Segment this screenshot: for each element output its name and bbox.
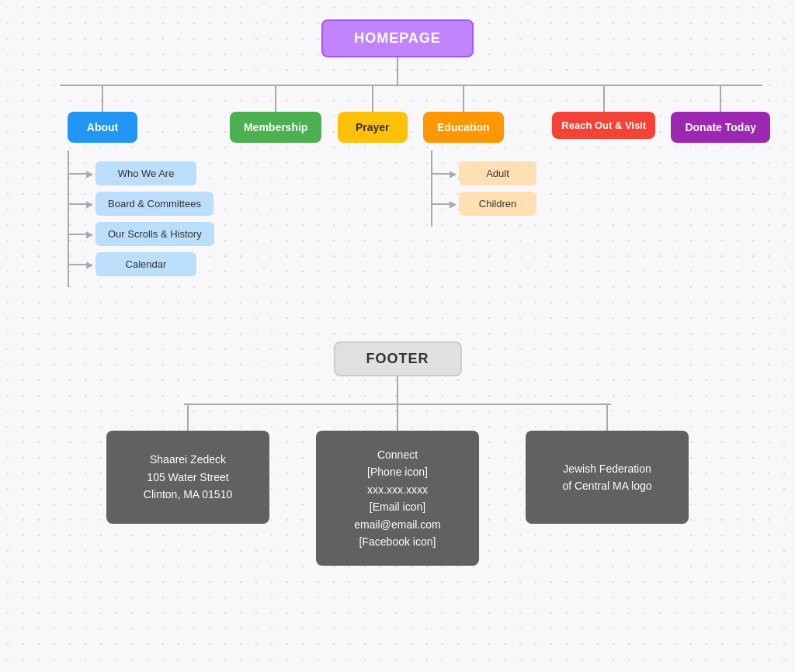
edu-subitem-0: ▶ Adult <box>432 161 536 185</box>
nav-node-about[interactable]: About <box>68 112 137 143</box>
footer-federation-drop <box>606 404 608 431</box>
diagram-wrapper: HOMEPAGE About ▶ <box>17 0 778 601</box>
nav-col-education: Education ▶ Adult ▶ Children <box>423 85 536 227</box>
nav-node-membership[interactable]: Membership <box>230 112 321 143</box>
prayer-drop-line <box>372 85 373 112</box>
footer-connect-text: Connect[Phone icon]xxx.xxx.xxxx[Email ic… <box>354 446 440 550</box>
nav-row: About ▶ Who We Are ▶ Board & Committees <box>25 85 770 287</box>
edu-sub-node-0[interactable]: Adult <box>459 161 536 185</box>
footer-items-row: Shaarei Zedeck105 Water StreetClinton, M… <box>102 404 693 566</box>
about-subitem-2: ▶ Our Scrolls & History <box>69 222 214 246</box>
homepage-drop-line <box>397 57 398 85</box>
about-sub-node-1[interactable]: Board & Committees <box>95 192 214 216</box>
footer-v-line <box>397 376 398 404</box>
footer-col-address: Shaarei Zedeck105 Water StreetClinton, M… <box>102 404 273 566</box>
nav-col-prayer: Prayer <box>338 85 408 143</box>
nav-col-donate: Donate Today <box>671 85 770 143</box>
about-sub-node-3[interactable]: Calendar <box>95 252 196 276</box>
footer-tree: Shaarei Zedeck105 Water StreetClinton, M… <box>102 376 693 566</box>
nav-node-reach[interactable]: Reach Out & Visit <box>552 112 655 139</box>
nav-col-reach: Reach Out & Visit <box>552 85 655 139</box>
footer-address-text: Shaarei Zedeck105 Water StreetClinton, M… <box>144 451 232 503</box>
footer-col-federation: Jewish Federationof Central MA logo <box>522 404 693 566</box>
nav-node-prayer[interactable]: Prayer <box>338 112 408 143</box>
edu-sub-node-1[interactable]: Children <box>459 192 536 216</box>
footer-node-address[interactable]: Shaarei Zedeck105 Water StreetClinton, M… <box>106 431 269 524</box>
about-sub-node-0[interactable]: Who We Are <box>95 161 196 185</box>
about-drop-line <box>102 85 103 112</box>
footer-connector-section: Shaarei Zedeck105 Water StreetClinton, M… <box>102 404 693 566</box>
footer-node-federation[interactable]: Jewish Federationof Central MA logo <box>526 431 689 524</box>
membership-drop-line <box>275 85 276 112</box>
about-subitem-1: ▶ Board & Committees <box>69 192 214 216</box>
footer-node[interactable]: FOOTER <box>334 341 462 376</box>
nav-node-education[interactable]: Education <box>423 112 504 143</box>
footer-section: FOOTER Shaarei Zedeck105 Water StreetCli… <box>25 341 770 589</box>
nav-node-donate[interactable]: Donate Today <box>671 112 770 143</box>
nav-col-about: About ▶ Who We Are ▶ Board & Committees <box>25 85 214 287</box>
edu-subitem-1: ▶ Children <box>432 192 536 216</box>
footer-connect-drop <box>397 404 398 431</box>
nav-col-membership: Membership <box>230 85 321 143</box>
about-sub-node-2[interactable]: Our Scrolls & History <box>95 222 214 246</box>
homepage-section: HOMEPAGE About ▶ <box>25 12 770 287</box>
about-subitem-3: ▶ Calendar <box>69 252 214 276</box>
nav-section: About ▶ Who We Are ▶ Board & Committees <box>25 85 770 287</box>
education-subitems: ▶ Adult ▶ Children <box>431 151 536 227</box>
footer-col-connect: Connect[Phone icon]xxx.xxx.xxxx[Email ic… <box>312 404 483 566</box>
donate-drop-line <box>720 85 721 112</box>
footer-address-drop <box>187 404 189 431</box>
education-drop-line <box>463 85 464 112</box>
homepage-node[interactable]: HOMEPAGE <box>321 19 474 57</box>
footer-federation-text: Jewish Federationof Central MA logo <box>562 460 651 495</box>
footer-node-connect[interactable]: Connect[Phone icon]xxx.xxx.xxxx[Email ic… <box>316 431 479 566</box>
about-subitems: ▶ Who We Are ▶ Board & Committees ▶ Our … <box>68 151 214 287</box>
reach-drop-line <box>603 85 605 112</box>
about-subitem-0: ▶ Who We Are <box>69 161 214 185</box>
